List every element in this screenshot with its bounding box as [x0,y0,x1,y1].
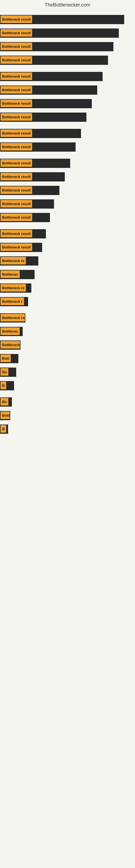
bottleneck-label[interactable]: Bottleneck result [1,16,32,23]
bottleneck-label[interactable]: Bottleneck result [1,86,32,94]
bottleneck-label[interactable]: Bottleneck r [1,298,24,305]
bottleneck-label[interactable]: Bottle [1,411,10,419]
bottleneck-label[interactable]: Bottleneck result [1,29,32,37]
site-header: TheBottlenecker.com [0,0,135,10]
bottleneck-label[interactable]: Bottleneck re [1,284,26,291]
bottleneck-label[interactable]: Bottleneck result [1,129,32,137]
bottleneck-label[interactable]: Bo [1,398,8,405]
bottleneck-label[interactable]: Bottleneck result [1,143,32,151]
bottleneck-label[interactable]: Bottleneck result [1,230,32,237]
bottleneck-label[interactable]: Bottlenec [1,328,20,335]
chart-area: Bottleneck resultBottleneck resultBottle… [0,10,135,865]
bottleneck-label[interactable]: Bottleneck result [1,200,32,208]
bottleneck-label[interactable]: Bottleneck resu [1,314,25,321]
bottleneck-label[interactable]: Bottleneck result [1,214,32,221]
bottleneck-label[interactable]: Bottleneck result [1,186,32,194]
site-title: TheBottlenecker.com [0,0,135,10]
bottleneck-label[interactable]: Bott [1,354,11,362]
bottleneck-label[interactable]: Bottleneck result [1,99,32,107]
bottleneck-label[interactable]: Bo [1,368,8,376]
bottleneck-label[interactable]: Bottleneck result [1,56,32,64]
bottleneck-label[interactable]: B [1,382,6,389]
bottleneck-label[interactable]: Bottleneck result [1,159,32,167]
bottleneck-label[interactable]: B [1,425,6,433]
bottleneck-label[interactable]: Bottleneck result [1,113,32,121]
bottleneck-label[interactable]: Bottleneck re [1,257,26,265]
bottleneck-label[interactable]: Bottleneck result [1,42,32,50]
bottleneck-label[interactable]: Bottleneck result [1,243,32,251]
bottleneck-label[interactable]: Bottleneck result [1,72,32,80]
bottleneck-label[interactable]: Bottlenec [1,271,20,278]
bottleneck-label[interactable]: Bottleneck r [1,341,20,348]
bottleneck-label[interactable]: Bottleneck result [1,173,32,180]
